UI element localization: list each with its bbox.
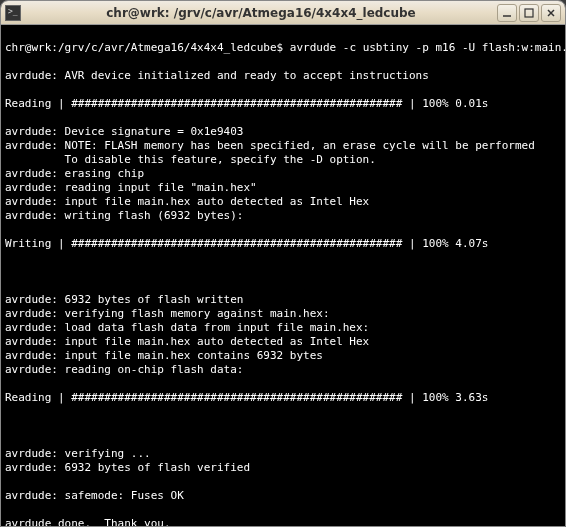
window-title: chr@wrk: /grv/c/avr/Atmega16/4x4x4_ledcu… bbox=[25, 6, 497, 20]
output-line: avrdude: input file main.hex auto detect… bbox=[5, 335, 369, 348]
output-line: Writing | ##############################… bbox=[5, 237, 488, 250]
output-line: avrdude: safemode: Fuses OK bbox=[5, 489, 184, 502]
maximize-icon bbox=[524, 8, 534, 18]
shell-prompt: chr@wrk:/grv/c/avr/Atmega16/4x4x4_ledcub… bbox=[5, 41, 290, 54]
output-line: avrdude: Device signature = 0x1e9403 bbox=[5, 125, 243, 138]
output-line: Reading | ##############################… bbox=[5, 391, 488, 404]
output-line: avrdude: verifying flash memory against … bbox=[5, 307, 330, 320]
window-controls bbox=[497, 4, 561, 22]
output-line: avrdude: reading on-chip flash data: bbox=[5, 363, 243, 376]
svg-rect-1 bbox=[525, 9, 533, 17]
output-line: avrdude: input file main.hex contains 69… bbox=[5, 349, 323, 362]
terminal-icon bbox=[5, 5, 21, 21]
output-line: Reading | ##############################… bbox=[5, 97, 488, 110]
close-button[interactable] bbox=[541, 4, 561, 22]
minimize-icon bbox=[502, 8, 512, 18]
output-line: avrdude: 6932 bytes of flash verified bbox=[5, 461, 250, 474]
output-line: avrdude: reading input file "main.hex" bbox=[5, 181, 257, 194]
command-text: avrdude -c usbtiny -p m16 -U flash:w:mai… bbox=[290, 41, 565, 54]
terminal-body[interactable]: chr@wrk:/grv/c/avr/Atmega16/4x4x4_ledcub… bbox=[1, 25, 565, 526]
minimize-button[interactable] bbox=[497, 4, 517, 22]
output-line: avrdude: 6932 bytes of flash written bbox=[5, 293, 243, 306]
titlebar[interactable]: chr@wrk: /grv/c/avr/Atmega16/4x4x4_ledcu… bbox=[1, 1, 565, 25]
output-line: avrdude done. Thank you. bbox=[5, 517, 171, 526]
maximize-button[interactable] bbox=[519, 4, 539, 22]
output-line: To disable this feature, specify the -D … bbox=[5, 153, 376, 166]
terminal-window: chr@wrk: /grv/c/avr/Atmega16/4x4x4_ledcu… bbox=[0, 0, 566, 527]
output-line: avrdude: erasing chip bbox=[5, 167, 144, 180]
output-line: avrdude: writing flash (6932 bytes): bbox=[5, 209, 243, 222]
close-icon bbox=[546, 8, 556, 18]
output-line: avrdude: input file main.hex auto detect… bbox=[5, 195, 369, 208]
output-line: avrdude: load data flash data from input… bbox=[5, 321, 369, 334]
output-line: avrdude: AVR device initialized and read… bbox=[5, 69, 429, 82]
prompt-line: chr@wrk:/grv/c/avr/Atmega16/4x4x4_ledcub… bbox=[5, 41, 565, 54]
output-line: avrdude: NOTE: FLASH memory has been spe… bbox=[5, 139, 535, 152]
output-line: avrdude: verifying ... bbox=[5, 447, 151, 460]
